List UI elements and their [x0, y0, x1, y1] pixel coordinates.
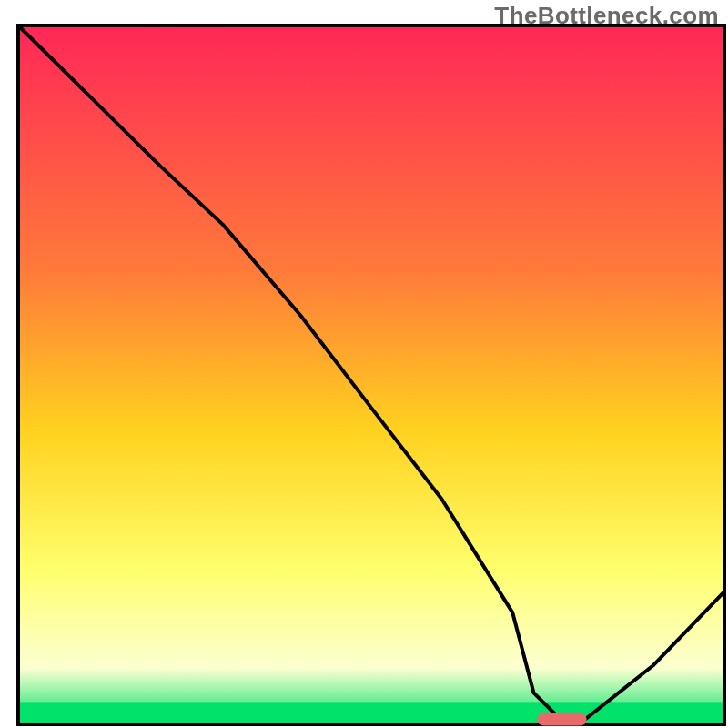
- bottleneck-chart: [0, 0, 728, 728]
- plot-area: [18, 25, 724, 726]
- chart-stage: TheBottleneck.com: [0, 0, 728, 728]
- optimal-marker: [537, 713, 586, 726]
- green-band: [18, 702, 724, 724]
